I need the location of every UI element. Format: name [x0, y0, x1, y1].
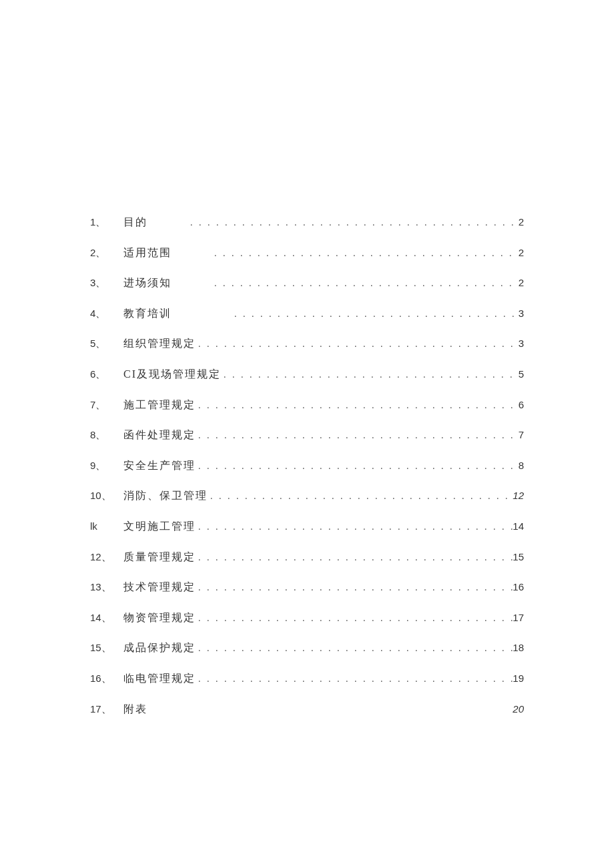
- toc-page-number: 2: [519, 214, 524, 230]
- toc-entry: lk文明施工管理. . . . . . . . . . . . . . . . …: [90, 518, 524, 535]
- toc-title: 适用范围: [123, 244, 212, 262]
- toc-entry: 10、消防、保卫管理. . . . . . . . . . . . . . . …: [90, 487, 524, 504]
- toc-number: 7、: [90, 397, 123, 413]
- toc-leader-dots: . . . . . . . . . . . . . . . . . . . . …: [196, 337, 519, 352]
- toc-title: CI及现场管理规定: [123, 366, 221, 383]
- toc-leader-dots: . . . . . . . . . . . . . . . . . . . . …: [196, 459, 519, 474]
- toc-leader-dots: . . . . . . . . . . . . . . . . . . . . …: [212, 246, 519, 261]
- toc-entry: 2、适用范围. . . . . . . . . . . . . . . . . …: [90, 244, 524, 262]
- table-of-contents: 1、目的. . . . . . . . . . . . . . . . . . …: [90, 213, 524, 731]
- toc-title: 进场须知: [123, 274, 212, 292]
- toc-page-number: 5: [519, 366, 524, 382]
- toc-page-number: 16: [513, 579, 524, 595]
- toc-number: 16、: [90, 671, 123, 687]
- toc-number: 4、: [90, 306, 123, 322]
- toc-number: 3、: [90, 275, 123, 291]
- toc-page-number: 3: [519, 336, 524, 352]
- toc-leader-dots: . . . . . . . . . . . . . . . . . . . . …: [212, 276, 519, 291]
- toc-entry: 4、教育培训. . . . . . . . . . . . . . . . . …: [90, 305, 524, 322]
- toc-leader-dots: . . . . . . . . . . . . . . . . . . . . …: [196, 398, 519, 413]
- toc-number: lk: [90, 518, 123, 534]
- toc-page-number: 2: [519, 275, 524, 291]
- toc-entry: 16、临电管理规定. . . . . . . . . . . . . . . .…: [90, 670, 524, 687]
- toc-page-number: 3: [519, 306, 524, 322]
- toc-leader-dots: . . . . . . . . . . . . . . . . . . . . …: [188, 215, 519, 230]
- toc-entry: 3、进场须知. . . . . . . . . . . . . . . . . …: [90, 274, 524, 292]
- toc-title: 消防、保卫管理: [123, 487, 208, 504]
- toc-entry: 14、物资管理规定. . . . . . . . . . . . . . . .…: [90, 609, 524, 626]
- toc-leader-dots: . . . . . . . . . . . . . . . . . . . . …: [196, 641, 513, 656]
- toc-leader-dots: . . . . . . . . . . . . . . . . . . . . …: [196, 428, 519, 443]
- toc-page-number: 12: [513, 488, 524, 504]
- toc-page-number: 6: [519, 397, 524, 413]
- toc-title: 质量管理规定: [123, 548, 196, 566]
- toc-title: 安全生产管理: [123, 457, 196, 474]
- toc-entry: 15、成品保护规定. . . . . . . . . . . . . . . .…: [90, 639, 524, 657]
- toc-number: 8、: [90, 427, 123, 443]
- toc-leader-dots: . . . . . . . . . . . . . . . . . . . . …: [196, 550, 513, 565]
- toc-leader-dots: . . . . . . . . . . . . . . . . . . . . …: [196, 520, 513, 534]
- toc-page-number: 2: [519, 245, 524, 261]
- toc-page-number: 20: [513, 701, 524, 717]
- toc-page-number: 15: [513, 549, 524, 565]
- toc-page-number: 17: [513, 610, 524, 626]
- toc-number: 15、: [90, 640, 123, 656]
- toc-number: 17、: [90, 701, 123, 717]
- toc-number: 2、: [90, 245, 123, 261]
- toc-page-number: 14: [513, 518, 524, 534]
- toc-leader-dots: . . . . . . . . . . . . . . . . . . . . …: [232, 307, 519, 322]
- toc-entry: 9、安全生产管理. . . . . . . . . . . . . . . . …: [90, 457, 524, 474]
- toc-title: 物资管理规定: [123, 609, 196, 626]
- toc-number: 14、: [90, 610, 123, 626]
- toc-entry: 1、目的. . . . . . . . . . . . . . . . . . …: [90, 213, 524, 231]
- toc-title: 施工管理规定: [123, 396, 196, 414]
- toc-number: 9、: [90, 458, 123, 474]
- toc-number: 12、: [90, 549, 123, 565]
- toc-entry: 6、CI及现场管理规定. . . . . . . . . . . . . . .…: [90, 366, 524, 383]
- toc-title: 组织管理规定: [123, 335, 196, 352]
- toc-entry: 13、技术管理规定. . . . . . . . . . . . . . . .…: [90, 578, 524, 596]
- toc-page-number: 8: [519, 458, 524, 474]
- toc-leader-dots: . . . . . . . . . . . . . . . . . . . . …: [196, 611, 513, 626]
- toc-number: 5、: [90, 336, 123, 352]
- toc-number: 10、: [90, 488, 123, 504]
- toc-leader-dots: . . . . . . . . . . . . . . . . . . . . …: [221, 368, 519, 382]
- toc-page-number: 18: [513, 640, 524, 656]
- toc-page-number: 7: [519, 427, 524, 443]
- toc-title: 技术管理规定: [123, 578, 196, 596]
- toc-title: 函件处理规定: [123, 426, 196, 444]
- toc-title: 临电管理规定: [123, 670, 196, 687]
- toc-title: 成品保护规定: [123, 639, 196, 657]
- toc-number: 6、: [90, 366, 123, 382]
- toc-title: 文明施工管理: [123, 518, 196, 535]
- toc-leader-dots: . . . . . . . . . . . . . . . . . . . . …: [196, 580, 513, 595]
- toc-entry: 5、组织管理规定. . . . . . . . . . . . . . . . …: [90, 335, 524, 352]
- toc-entry: 12、质量管理规定. . . . . . . . . . . . . . . .…: [90, 548, 524, 566]
- toc-entry: 17、附表20: [90, 701, 524, 718]
- toc-entry: 7、施工管理规定. . . . . . . . . . . . . . . . …: [90, 396, 524, 414]
- toc-entry: 8、函件处理规定. . . . . . . . . . . . . . . . …: [90, 426, 524, 444]
- toc-title: 教育培训: [123, 305, 212, 322]
- toc-number: 1、: [90, 214, 123, 230]
- toc-number: 13、: [90, 579, 123, 595]
- toc-title: 目的: [123, 213, 188, 231]
- toc-leader-dots: . . . . . . . . . . . . . . . . . . . . …: [208, 489, 513, 504]
- toc-leader-dots: . . . . . . . . . . . . . . . . . . . . …: [196, 672, 513, 687]
- toc-title: 附表: [123, 701, 147, 718]
- toc-page-number: 19: [513, 671, 524, 687]
